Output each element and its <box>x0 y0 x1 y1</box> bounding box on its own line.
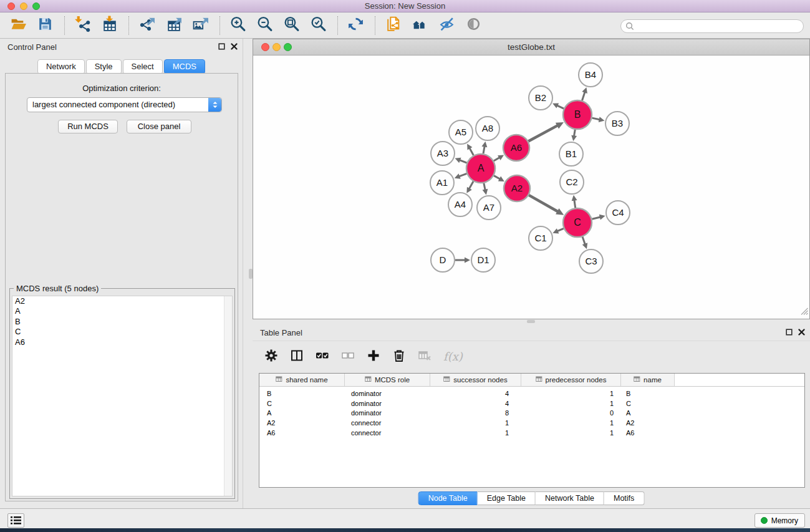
close-window-button[interactable] <box>7 2 15 10</box>
network-maximize-button[interactable] <box>284 43 292 51</box>
open-button[interactable] <box>7 16 29 36</box>
network-canvas[interactable]: AA1A2A3A4A5A6A7A8BB1B2B3B4CC1C2C3C4DD1 <box>253 56 809 319</box>
graph-node-C[interactable]: C <box>563 208 592 237</box>
graph-node-D[interactable]: D <box>431 248 455 272</box>
search-input[interactable] <box>635 21 803 32</box>
columns-button[interactable] <box>289 349 305 365</box>
resize-grip-icon[interactable] <box>800 307 809 318</box>
result-list-item[interactable]: A2 <box>12 296 232 306</box>
mcds-result-list[interactable]: A2ABCA6 <box>12 296 233 496</box>
network-window-titlebar[interactable]: testGlobe.txt <box>253 39 809 56</box>
close-panel-button[interactable]: Close panel <box>127 120 191 133</box>
criterion-dropdown[interactable]: largest connected component (directed) <box>27 97 222 112</box>
graph-node-A3[interactable]: A3 <box>431 142 455 165</box>
tab-motifs[interactable]: Motifs <box>604 491 644 505</box>
task-history-button[interactable] <box>7 513 24 528</box>
select-all-button[interactable] <box>314 349 330 365</box>
graph-node-C2[interactable]: C2 <box>560 170 584 194</box>
graph-node-C1[interactable]: C1 <box>529 226 552 250</box>
table-cell: 8 <box>430 409 521 417</box>
tab-network[interactable]: Network <box>37 59 85 74</box>
float-table-panel-icon[interactable] <box>786 329 793 336</box>
tab-network-table[interactable]: Network Table <box>536 491 604 505</box>
gear-button[interactable] <box>263 349 279 365</box>
close-panel-icon[interactable] <box>231 43 238 50</box>
table-cell: A6 <box>259 429 345 437</box>
vertical-splitter-handle[interactable] <box>249 269 253 279</box>
graph-node-A6[interactable]: A6 <box>503 135 529 161</box>
graph-node-A7[interactable]: A7 <box>477 196 501 220</box>
function-builder-button[interactable]: f(x) <box>442 350 463 363</box>
column-header-shared-name[interactable]: shared name <box>259 374 345 386</box>
result-list-item[interactable]: C <box>12 327 232 337</box>
run-mcds-button[interactable]: Run MCDS <box>58 120 118 133</box>
open-icon <box>10 16 27 35</box>
maximize-window-button[interactable] <box>32 2 40 10</box>
graph-node-A4[interactable]: A4 <box>448 193 472 216</box>
graph-node-C3[interactable]: C3 <box>579 249 603 273</box>
graph-node-B1[interactable]: B1 <box>559 142 583 166</box>
first-neighbors-button[interactable] <box>409 16 430 36</box>
network-close-button[interactable] <box>261 43 269 51</box>
table-row[interactable]: Cdominator41C <box>259 399 804 409</box>
svg-text:A8: A8 <box>482 123 493 133</box>
export-network-button[interactable] <box>136 16 157 36</box>
hide-selected-button[interactable] <box>436 16 457 36</box>
import-network-button[interactable] <box>72 16 93 36</box>
network-minimize-button[interactable] <box>272 43 281 51</box>
svg-text:A6: A6 <box>511 142 522 153</box>
result-list-item[interactable]: A6 <box>12 337 232 347</box>
add-button[interactable] <box>365 349 382 365</box>
save-button[interactable] <box>34 16 55 36</box>
deselect-all-button[interactable] <box>340 349 356 365</box>
graph-node-A1[interactable]: A1 <box>430 171 454 195</box>
result-list-item[interactable]: A <box>12 306 232 316</box>
export-image-button[interactable] <box>190 16 211 36</box>
column-header-name[interactable]: name <box>621 374 675 386</box>
minimize-window-button[interactable] <box>20 2 27 10</box>
svg-text:B4: B4 <box>585 69 596 80</box>
search-field[interactable] <box>620 19 804 33</box>
tab-mcds[interactable]: MCDS <box>164 59 205 74</box>
table-row[interactable]: Bdominator41B <box>259 389 804 399</box>
graph-node-D1[interactable]: D1 <box>471 248 495 272</box>
tab-style[interactable]: Style <box>86 59 122 74</box>
zoom-selected-button[interactable] <box>307 16 329 36</box>
graph-node-C4[interactable]: C4 <box>606 201 630 225</box>
zoom-out-button[interactable] <box>254 16 275 36</box>
svg-text:C: C <box>574 217 581 228</box>
result-list-item[interactable]: B <box>12 317 232 327</box>
graph-node-A8[interactable]: A8 <box>476 117 499 140</box>
trash-button[interactable] <box>391 349 407 365</box>
graph-node-B3[interactable]: B3 <box>605 112 629 135</box>
table-row[interactable]: A6connector11A6 <box>259 428 804 438</box>
tab-edge-table[interactable]: Edge Table <box>478 491 536 505</box>
new-network-from-selection-button[interactable] <box>382 16 403 36</box>
tab-select[interactable]: Select <box>123 59 163 74</box>
table-row[interactable]: Adominator80A <box>259 408 804 418</box>
tab-node-table[interactable]: Node Table <box>418 491 478 505</box>
graph-node-B4[interactable]: B4 <box>579 63 602 87</box>
delete-table-button[interactable] <box>417 349 433 365</box>
table-row[interactable]: A2connector11A2 <box>259 418 804 428</box>
show-hidden-button[interactable] <box>463 16 484 36</box>
graph-node-A5[interactable]: A5 <box>449 120 473 144</box>
result-scrollbar[interactable] <box>224 296 232 496</box>
zoom-fit-button[interactable] <box>281 16 302 36</box>
graph-node-A2[interactable]: A2 <box>504 175 530 201</box>
column-header-predecessor-nodes[interactable]: predecessor nodes <box>521 374 621 386</box>
graph-node-A[interactable]: A <box>466 154 495 183</box>
refresh-button[interactable] <box>345 16 366 36</box>
float-panel-icon[interactable] <box>218 43 225 50</box>
column-header-successor-nodes[interactable]: successor nodes <box>430 374 521 386</box>
import-table-button[interactable] <box>99 16 120 36</box>
graph-node-B2[interactable]: B2 <box>529 86 552 110</box>
close-table-panel-icon[interactable] <box>798 329 805 336</box>
zoom-in-button[interactable] <box>227 16 248 36</box>
export-table-button[interactable] <box>163 16 184 36</box>
memory-button[interactable]: Memory <box>755 513 805 528</box>
column-header-MCDS-role[interactable]: MCDS role <box>345 374 430 386</box>
svg-text:C3: C3 <box>585 256 597 266</box>
horizontal-splitter-handle[interactable] <box>527 320 535 323</box>
graph-node-B[interactable]: B <box>563 100 592 129</box>
